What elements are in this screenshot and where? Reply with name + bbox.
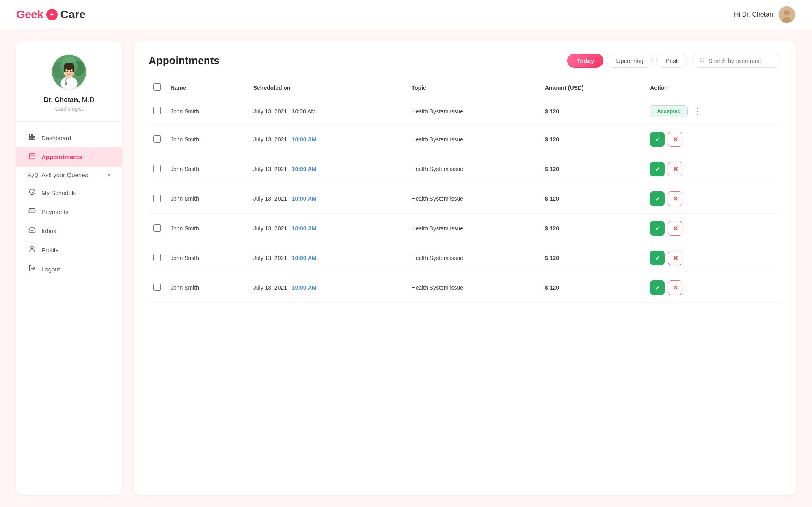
row-checkbox[interactable] (153, 107, 161, 114)
appointments-header: Appointments Today Upcoming Past (149, 54, 781, 68)
table-row: John Smith July 13, 2021 10:00 AM Health… (149, 125, 781, 154)
payments-icon (28, 207, 37, 217)
accept-button[interactable]: ✓ (650, 251, 665, 265)
sidebar-item-logout[interactable]: Logout (16, 260, 122, 279)
svg-point-14 (66, 71, 68, 73)
table-row: John Smith July 13, 2021 10:00 AM Health… (149, 184, 781, 214)
appointment-amount: $ 120 (540, 214, 645, 243)
reject-button[interactable]: ✕ (668, 162, 682, 176)
sidebar-item-profile[interactable]: Profile (16, 240, 122, 260)
appointment-amount: $ 120 (540, 154, 645, 184)
header-right: Hi Dr. Chetan (734, 6, 796, 24)
logo-care-text: Care (60, 8, 86, 21)
reject-button[interactable]: ✕ (668, 191, 682, 206)
action-cell: ✓ ✕ (650, 132, 776, 147)
ask-queries-icon: AyQ (28, 172, 37, 178)
tab-today[interactable]: Today (567, 54, 603, 68)
appointment-topic: Health System issue (407, 154, 540, 184)
appointments-icon (28, 152, 37, 162)
doctor-specialty: Cardiologist (55, 106, 83, 112)
sidebar-item-schedule[interactable]: My Schedule (16, 183, 122, 202)
appointment-topic: Health System issue (407, 98, 540, 125)
accept-button[interactable]: ✓ (650, 221, 665, 236)
reject-button[interactable]: ✕ (668, 251, 682, 265)
appointment-topic: Health System issue (407, 125, 540, 154)
appointments-label: Appointments (41, 154, 82, 160)
appointment-date: July 13, 2021 (253, 255, 287, 261)
inbox-icon (28, 226, 37, 236)
tab-upcoming[interactable]: Upcoming (607, 54, 653, 68)
appointment-action: ✓ ✕ (645, 214, 781, 243)
reject-button[interactable]: ✕ (668, 280, 682, 295)
appointment-action: ✓ ✕ (645, 154, 781, 184)
action-cell: Accepted ⋮ (650, 105, 776, 117)
search-box (692, 54, 781, 68)
appointment-topic: Health System issue (407, 273, 540, 303)
sidebar-item-inbox[interactable]: Inbox (16, 221, 122, 240)
inbox-label: Inbox (41, 228, 56, 234)
row-checkbox[interactable] (153, 135, 161, 143)
appointments-tbody: John Smith July 13, 2021 10:00 AM Health… (149, 98, 781, 303)
logout-label: Logout (41, 266, 60, 273)
tab-past[interactable]: Past (656, 54, 687, 68)
patient-name: John Smith (166, 214, 248, 243)
header-topic: Topic (407, 78, 540, 98)
table-row: John Smith July 13, 2021 10:00 AM Health… (149, 214, 781, 243)
header-greeting: Hi Dr. Chetan (734, 11, 773, 18)
appointment-amount: $ 120 (540, 184, 645, 214)
patient-name: John Smith (166, 154, 248, 184)
header-avatar[interactable] (778, 6, 796, 24)
reject-button[interactable]: ✕ (668, 132, 682, 147)
svg-point-15 (70, 71, 72, 73)
accept-button[interactable]: ✓ (650, 162, 665, 176)
accept-button[interactable]: ✓ (650, 280, 665, 295)
svg-point-28 (31, 246, 33, 249)
row-checkbox[interactable] (153, 284, 161, 291)
appointment-date: July 13, 2021 (253, 225, 287, 232)
select-all-checkbox[interactable] (153, 83, 161, 91)
row-checkbox[interactable] (153, 195, 161, 202)
scheduled-on: July 13, 2021 10:00 AM (248, 273, 407, 303)
appointment-action: ✓ ✕ (645, 273, 781, 303)
header-scheduled: Scheduled on (248, 78, 407, 98)
logo-geek-text: Geek (16, 8, 43, 21)
scheduled-on: July 13, 2021 10:00 AM (248, 214, 407, 243)
dashboard-icon (28, 133, 37, 143)
sidebar-item-ask-queries[interactable]: AyQ Ask your Queries ▾ (16, 167, 122, 183)
page-title: Appointments (149, 54, 220, 67)
row-checkbox[interactable] (153, 224, 161, 232)
main-content: Appointments Today Upcoming Past (134, 41, 796, 495)
header-name: Name (166, 78, 248, 98)
logo-plus-icon: + (46, 9, 58, 20)
scheduled-on: July 13, 2021 10:00 AM (248, 184, 407, 214)
sidebar-item-dashboard[interactable]: Dashboard (16, 128, 122, 147)
row-checkbox-cell (149, 154, 166, 184)
appointment-time: 10:00 AM (292, 284, 317, 291)
appointment-amount: $ 120 (540, 98, 645, 125)
appointment-date: July 13, 2021 (253, 195, 287, 202)
row-checkbox[interactable] (153, 165, 161, 172)
sidebar-profile: Dr. Chetan, M.D Cardiologist (16, 54, 122, 122)
action-cell: ✓ ✕ (650, 251, 776, 265)
appointment-date: July 13, 2021 (253, 284, 287, 291)
sidebar-item-appointments[interactable]: Appointments (16, 147, 122, 167)
search-input[interactable] (708, 58, 773, 64)
appointment-time: 10:00 AM (292, 195, 317, 202)
accept-button[interactable]: ✓ (650, 191, 665, 206)
avatar-image (779, 6, 795, 24)
doctor-avatar (51, 54, 87, 90)
appointment-amount: $ 120 (540, 273, 645, 303)
sidebar-item-payments[interactable]: Payments (16, 202, 122, 221)
accept-button[interactable]: ✓ (650, 132, 665, 147)
dashboard-label: Dashboard (41, 134, 71, 141)
row-checkbox[interactable] (153, 254, 161, 261)
appointment-action: ✓ ✕ (645, 125, 781, 154)
reject-button[interactable]: ✕ (668, 221, 682, 236)
appointment-time: 10:00 AM (292, 108, 316, 115)
svg-rect-12 (64, 66, 66, 72)
schedule-label: My Schedule (41, 189, 77, 196)
more-options-icon[interactable]: ⋮ (691, 106, 703, 117)
appointment-topic: Health System issue (407, 184, 540, 214)
logout-icon (28, 264, 37, 274)
action-cell: ✓ ✕ (650, 280, 776, 295)
